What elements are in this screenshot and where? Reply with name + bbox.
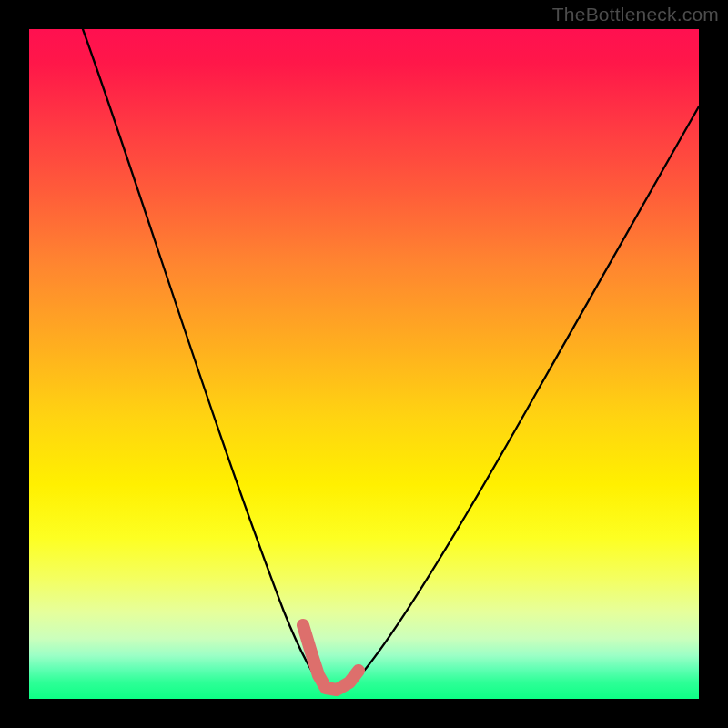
chart-frame: TheBottleneck.com xyxy=(0,0,728,728)
plot-area xyxy=(29,29,699,699)
curve-layer xyxy=(29,29,699,699)
optimal-region-marker xyxy=(303,625,359,690)
bottleneck-curve xyxy=(83,29,699,693)
attribution-text: TheBottleneck.com xyxy=(552,4,719,25)
